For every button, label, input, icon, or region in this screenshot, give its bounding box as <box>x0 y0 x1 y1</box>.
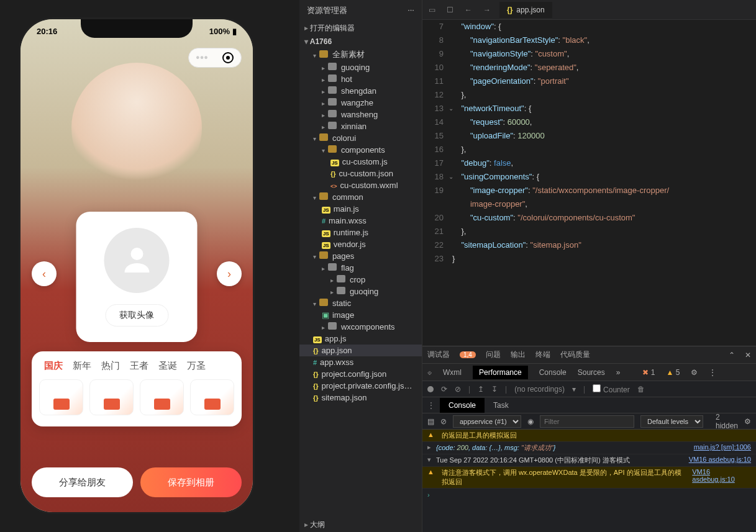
log-line[interactable]: ▾Tue Sep 27 2022 20:16:24 GMT+0800 (中国标准… <box>422 454 756 467</box>
get-avatar-button[interactable]: 获取头像 <box>105 304 168 327</box>
console-sidebar-icon[interactable]: ▤ <box>427 417 434 426</box>
tree-item[interactable]: pages <box>299 250 422 262</box>
kebab-icon[interactable]: ⋮ <box>709 368 716 377</box>
eye-icon[interactable]: ◉ <box>527 417 534 426</box>
error-count[interactable]: ✖ 1 <box>642 368 655 377</box>
tab-sources[interactable]: Sources <box>578 368 605 377</box>
hidden-count[interactable]: 2 hidden <box>716 413 738 430</box>
tree-item[interactable]: app.wxss <box>299 356 422 368</box>
drawer-tab-task[interactable]: Task <box>485 398 517 413</box>
save-button[interactable]: 保存到相册 <box>140 467 242 497</box>
tree-item[interactable]: vendor.js <box>299 238 422 250</box>
tab-quality[interactable]: 代码质量 <box>560 349 590 360</box>
template-thumb[interactable] <box>39 379 83 415</box>
log-line[interactable]: ▸{code: 200, data: {…}, msg: "请求成功"}main… <box>422 442 756 454</box>
tab-debugger[interactable]: 调试器 <box>427 349 450 360</box>
chevron-up-icon[interactable]: ⌃ <box>729 351 735 359</box>
tree-item[interactable]: shengdan <box>299 85 422 97</box>
project-root[interactable]: A1766 <box>299 35 422 48</box>
log-line[interactable]: 的返回是工具的模拟返回 <box>422 430 756 442</box>
bookmark-icon[interactable]: ☐ <box>444 3 456 17</box>
category-tab[interactable]: 王者 <box>130 360 148 372</box>
tree-item[interactable]: app.js <box>299 333 422 345</box>
tree-item[interactable]: main.js <box>299 203 422 215</box>
dropdown-icon[interactable]: ▾ <box>572 385 576 394</box>
tree-item[interactable]: common <box>299 191 422 203</box>
gear-icon[interactable]: ⚙ <box>744 417 751 426</box>
tree-item[interactable]: app.json <box>299 345 422 356</box>
category-tab[interactable]: 圣诞 <box>158 360 177 372</box>
category-tab[interactable]: 新年 <box>73 360 91 372</box>
next-button[interactable]: › <box>217 261 242 286</box>
close-icon[interactable]: ✕ <box>745 351 751 359</box>
outline-section[interactable]: 大纲 <box>299 518 422 532</box>
explorer-more-icon[interactable]: ··· <box>408 5 414 16</box>
tree-item[interactable]: components <box>299 144 422 156</box>
tree-item[interactable]: static <box>299 297 422 309</box>
log-line[interactable]: 请注意游客模式下，调用 wx.operateWXData 是受限的，API 的返… <box>422 467 756 489</box>
explorer-toggle-icon[interactable]: ▭ <box>426 3 438 17</box>
tree-item[interactable]: project.private.config.js… <box>299 380 422 392</box>
tab-problems[interactable]: 问题 <box>486 349 501 360</box>
download-icon[interactable]: ↧ <box>491 385 498 394</box>
tab-output[interactable]: 输出 <box>511 349 526 360</box>
more-tabs-icon[interactable]: » <box>616 368 621 377</box>
counter-checkbox[interactable]: Counter <box>593 384 630 394</box>
tree-item[interactable]: runtime.js <box>299 227 422 238</box>
weapp-capsule[interactable]: ••• <box>188 48 242 68</box>
tree-item[interactable]: 全新素材 <box>299 48 422 61</box>
category-tab[interactable]: 万圣 <box>187 360 206 372</box>
tree-item[interactable]: wxcomponents <box>299 321 422 333</box>
console-prompt[interactable]: › <box>422 489 756 501</box>
tree-item[interactable]: wangzhe <box>299 97 422 109</box>
category-tab[interactable]: 热门 <box>101 360 120 372</box>
tab-console[interactable]: Console <box>539 368 567 377</box>
record-icon[interactable] <box>427 386 434 392</box>
code-editor[interactable]: 78910111213⌄1415161718⌄19 20212223 "wind… <box>422 20 756 346</box>
tree-item[interactable]: sitemap.json <box>299 392 422 404</box>
warning-count[interactable]: ▲ 5 <box>666 368 680 377</box>
devtools-inspect-icon[interactable]: ⟐ <box>427 368 432 377</box>
tree-item[interactable]: crop <box>299 274 422 286</box>
clear-icon[interactable]: ⊘ <box>455 385 461 394</box>
template-thumb[interactable] <box>140 379 184 415</box>
tree-item[interactable]: xinnian <box>299 120 422 132</box>
tree-item[interactable]: cu-custom.js <box>299 156 422 168</box>
console-clear-icon[interactable]: ⊘ <box>440 417 447 426</box>
capsule-close-icon[interactable] <box>222 52 234 63</box>
open-editors-section[interactable]: 打开的编辑器 <box>299 21 422 35</box>
tree-item[interactable]: project.config.json <box>299 368 422 380</box>
prev-button[interactable]: ‹ <box>32 261 57 286</box>
tree-item[interactable]: cu-custom.json <box>299 168 422 179</box>
capsule-menu-icon[interactable]: ••• <box>196 52 209 63</box>
tree-item[interactable]: flag <box>299 262 422 274</box>
tree-item[interactable]: main.wxss <box>299 215 422 227</box>
tree-item[interactable]: guoqing <box>299 61 422 73</box>
reload-icon[interactable]: ⟳ <box>441 385 447 394</box>
template-thumb[interactable] <box>190 379 234 415</box>
levels-select[interactable]: Default levels <box>640 415 703 428</box>
editor-tab-appjson[interactable]: app.json <box>499 2 552 18</box>
tree-item[interactable]: cu-custom.wxml <box>299 179 422 191</box>
tab-wxml[interactable]: Wxml <box>443 368 462 377</box>
console-log[interactable]: 的返回是工具的模拟返回▸{code: 200, data: {…}, msg: … <box>422 430 756 532</box>
trash-icon[interactable]: 🗑 <box>637 385 645 394</box>
upload-icon[interactable]: ↥ <box>478 385 484 394</box>
tab-terminal[interactable]: 终端 <box>535 349 550 360</box>
share-button[interactable]: 分享给朋友 <box>32 467 133 497</box>
drawer-tab-console[interactable]: Console <box>440 398 485 413</box>
context-select[interactable]: appservice (#1) <box>453 415 521 428</box>
tree-item[interactable]: colorui <box>299 132 422 144</box>
nav-back-icon[interactable]: ← <box>462 3 475 17</box>
tree-item[interactable]: guoqing <box>299 286 422 297</box>
tree-item[interactable]: wansheng <box>299 109 422 120</box>
template-thumb[interactable] <box>89 379 134 415</box>
gear-icon[interactable]: ⚙ <box>691 368 698 377</box>
nav-forward-icon[interactable]: → <box>481 3 493 17</box>
tab-performance[interactable]: Performance <box>473 366 528 379</box>
filter-input[interactable] <box>540 415 634 428</box>
tree-item[interactable]: hot <box>299 73 422 85</box>
drawer-handle-icon[interactable]: ⋮ <box>422 401 440 410</box>
category-tab[interactable]: 国庆 <box>44 360 63 372</box>
tree-item[interactable]: image <box>299 309 422 321</box>
